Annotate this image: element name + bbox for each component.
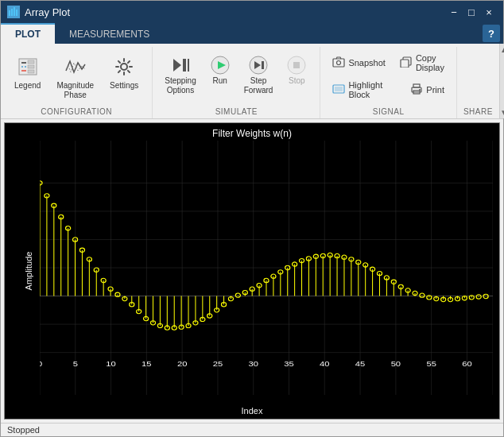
svg-rect-13 (183, 59, 186, 72)
highlight-icon (332, 83, 345, 97)
help-button[interactable]: ? (483, 25, 500, 42)
magnitude-phase-label: MagnitudePhase (56, 81, 94, 100)
svg-text:35: 35 (284, 359, 294, 368)
ribbon: PLOT MEASUREMENTS ? (1, 23, 503, 119)
run-icon (209, 54, 231, 76)
legend-label: Legend (14, 81, 41, 91)
svg-rect-9 (28, 65, 34, 68)
camera-icon (332, 56, 345, 70)
stop-icon (285, 54, 308, 76)
stop-label: Stop (289, 76, 305, 86)
svg-text:10: 10 (106, 359, 116, 368)
svg-rect-10 (28, 70, 34, 73)
svg-text:40: 40 (320, 359, 330, 368)
share-group-label: SHARE (463, 104, 493, 118)
ribbon-content: Legend MagnitudePhase (1, 44, 499, 118)
ribbon-scrollbar: ▲ ▼ (499, 44, 504, 118)
plot-area: Filter Weights w(n) Amplitude Index (4, 122, 500, 420)
svg-rect-14 (188, 59, 189, 72)
svg-rect-0 (9, 10, 10, 16)
ribbon-tabs: PLOT MEASUREMENTS ? (1, 23, 503, 44)
plot-title: Filter Weights w(n) (5, 123, 499, 141)
svg-rect-21 (293, 62, 300, 68)
title-bar-left: Array Plot (7, 6, 70, 18)
tab-plot[interactable]: PLOT (1, 23, 55, 44)
svg-text:20: 20 (177, 359, 188, 368)
title-bar: Array Plot − □ × (1, 1, 503, 23)
svg-rect-27 (335, 87, 343, 91)
copy-icon (400, 56, 413, 70)
svg-rect-8 (28, 60, 34, 64)
svg-rect-22 (333, 59, 344, 67)
app-icon (7, 6, 20, 18)
tab-measurements[interactable]: MEASUREMENTS (55, 23, 164, 44)
step-forward-label: StepForward (244, 76, 273, 95)
svg-point-11 (121, 64, 127, 70)
signal-row-1: Snapshot Copy Display (327, 50, 450, 75)
svg-rect-25 (401, 60, 409, 68)
print-label: Print (426, 85, 444, 95)
svg-text:15: 15 (142, 359, 152, 368)
svg-rect-19 (262, 61, 264, 69)
signal-items: Snapshot Copy Display (327, 47, 450, 104)
settings-label: Settings (110, 81, 138, 91)
snapshot-label: Snapshot (348, 58, 385, 68)
y-axis-label: Amplitude (24, 252, 33, 291)
svg-marker-12 (173, 59, 181, 72)
stop-button[interactable]: Stop (280, 50, 313, 90)
configuration-group-label: CONFIGURATION (41, 104, 112, 118)
step-forward-icon (247, 54, 269, 76)
svg-text:5: 5 (73, 359, 78, 368)
stepping-options-button[interactable]: SteppingOptions (159, 50, 201, 99)
step-forward-button[interactable]: StepForward (238, 50, 279, 99)
x-axis-label: Index (5, 406, 499, 416)
window-title: Array Plot (25, 6, 70, 18)
highlight-block-label: Highlight Block (348, 80, 396, 99)
svg-text:30: 30 (248, 359, 258, 368)
status-bar: Stopped (1, 423, 503, 436)
svg-rect-1 (11, 9, 13, 16)
snapshot-button[interactable]: Snapshot (327, 50, 390, 75)
signal-group-label: SIGNAL (373, 104, 405, 118)
run-label: Run (213, 76, 227, 86)
title-bar-controls: − □ × (446, 5, 497, 19)
svg-text:0: 0 (40, 359, 42, 368)
chart-svg: 0.4 0.3 0.2 0.1 0 -0.1 0 5 10 15 20 25 3… (40, 141, 493, 395)
scroll-down-icon[interactable]: ▼ (500, 108, 504, 117)
simulate-items: SteppingOptions Run (159, 47, 313, 104)
ribbon-help-area: ? (483, 23, 503, 44)
maximize-button[interactable]: □ (463, 5, 479, 19)
stepping-options-icon (169, 54, 192, 76)
svg-text:50: 50 (391, 359, 401, 368)
copy-display-button[interactable]: Copy Display (394, 50, 450, 75)
magnitude-phase-icon (63, 54, 88, 79)
scroll-up-icon[interactable]: ▲ (500, 45, 504, 54)
svg-rect-29 (413, 84, 420, 87)
printer-icon (410, 83, 423, 97)
highlight-block-button[interactable]: Highlight Block (327, 77, 401, 102)
legend-button[interactable]: Legend (7, 50, 48, 95)
copy-display-label: Copy Display (416, 53, 444, 72)
magnitude-phase-button[interactable]: MagnitudePhase (49, 50, 101, 104)
legend-icon (15, 54, 41, 79)
signal-buttons: Snapshot Copy Display (327, 50, 450, 102)
settings-button[interactable]: Settings (103, 50, 145, 95)
svg-text:60: 60 (462, 359, 472, 368)
run-button[interactable]: Run (204, 50, 237, 90)
print-button[interactable]: Print (405, 77, 450, 102)
stepping-options-label: SteppingOptions (165, 76, 196, 95)
close-button[interactable]: × (481, 5, 497, 19)
minimize-button[interactable]: − (446, 5, 462, 19)
svg-point-31 (419, 89, 421, 91)
svg-rect-2 (14, 7, 15, 16)
signal-row-2: Highlight Block Print (327, 77, 450, 102)
svg-text:45: 45 (355, 359, 366, 368)
ribbon-group-share: SHARE (457, 47, 499, 118)
svg-text:55: 55 (426, 359, 436, 368)
configuration-items: Legend MagnitudePhase (7, 47, 145, 104)
simulate-group-label: SIMULATE (215, 104, 258, 118)
svg-text:25: 25 (213, 359, 223, 368)
ribbon-group-signal: Snapshot Copy Display (320, 47, 457, 118)
status-text: Stopped (7, 425, 40, 435)
ribbon-group-simulate: SteppingOptions Run (153, 47, 320, 118)
